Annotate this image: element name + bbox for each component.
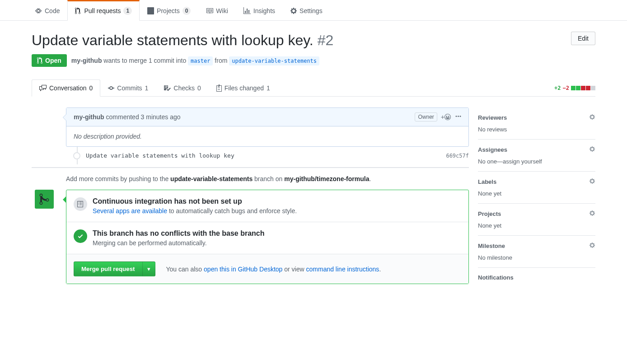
tab-settings-label: Settings (299, 7, 323, 14)
edit-button[interactable]: Edit (571, 32, 595, 45)
book-icon (206, 7, 213, 14)
add-reaction-button[interactable]: + (441, 113, 451, 121)
comment-discussion-icon (39, 84, 47, 92)
open-desktop-link[interactable]: open this in GitHub Desktop (204, 266, 282, 273)
sidebar-projects: Projects None yet (478, 204, 595, 236)
head-branch-label[interactable]: update-variable-statements (229, 56, 319, 65)
projects-count-badge: 0 (182, 7, 191, 15)
reviewers-value: No reviews (478, 126, 595, 133)
merge-button[interactable]: Merge pull request (74, 261, 143, 276)
tab-insights-label: Insights (253, 7, 275, 14)
pr-state-badge: Open (32, 54, 67, 67)
merge-status-icon (35, 190, 54, 209)
pr-title: Update variable statements with lookup k… (32, 32, 333, 49)
commit-message[interactable]: Update variable statements with lookup k… (86, 152, 441, 159)
tab-commits-label: Commits (117, 84, 142, 92)
pr-description-comment: my-github commented 3 minutes ago Owner … (66, 107, 469, 147)
sidebar-milestone: Milestone No milestone (478, 236, 595, 268)
push-hint: Add more commits by pushing to the updat… (66, 175, 469, 182)
svg-point-1 (458, 116, 459, 117)
repo-nav: Code Pull requests 1 Projects 0 Wiki Ins… (0, 0, 627, 21)
ci-title: Continuous integration has not been set … (93, 197, 297, 205)
tab-checks-label: Checks (173, 84, 195, 92)
gear-icon[interactable] (589, 210, 595, 218)
labels-value: None yet (478, 190, 595, 197)
command-line-link[interactable]: command line instructions (306, 266, 379, 273)
deletions-count: −2 (563, 85, 569, 91)
owner-badge: Owner (415, 112, 437, 121)
merge-ok-title: This branch has no conflicts with the ba… (93, 229, 265, 238)
gear-icon[interactable] (589, 114, 595, 121)
pr-number: #2 (318, 32, 334, 48)
pr-state-label: Open (45, 57, 61, 64)
pr-sidebar: Reviewers No reviews Assignees No one—as… (478, 107, 595, 292)
gear-icon[interactable] (589, 242, 595, 250)
checks-count: 0 (197, 84, 201, 92)
tab-pull-requests[interactable]: Pull requests 1 (67, 0, 140, 21)
commit-sha[interactable]: 669c57f (446, 153, 469, 159)
tab-code[interactable]: Code (27, 0, 67, 20)
sidebar-assignees: Assignees No one—assign yourself (478, 140, 595, 172)
graph-icon (243, 7, 251, 14)
git-pull-request-icon (37, 57, 43, 64)
diffstat: +2 −2 (554, 85, 595, 91)
conversation-count: 0 (89, 84, 93, 92)
tab-code-label: Code (45, 7, 60, 14)
merge-box: Continuous integration has not been set … (66, 190, 469, 284)
merge-alt-text: You can also open this in GitHub Desktop… (166, 266, 381, 273)
project-icon (147, 7, 154, 14)
file-diff-icon (216, 84, 222, 92)
comment-body: No description provided. (66, 126, 468, 146)
base-branch-label[interactable]: master (188, 56, 213, 65)
sidebar-labels: Labels None yet (478, 172, 595, 204)
tab-files-changed[interactable]: Files changed 1 (209, 79, 278, 96)
git-commit-icon (108, 84, 114, 92)
assign-yourself-link[interactable]: assign yourself (503, 158, 542, 165)
additions-count: +2 (554, 85, 561, 91)
tab-insights[interactable]: Insights (236, 0, 283, 20)
diffstat-blocks (571, 86, 595, 90)
sidebar-reviewers: Reviewers No reviews (478, 107, 595, 140)
comment-author[interactable]: my-github commented 3 minutes ago (74, 113, 181, 121)
pr-title-text: Update variable statements with lookup k… (32, 32, 314, 48)
pr-author-link[interactable]: my-github (71, 57, 102, 64)
commit-dot-icon (73, 152, 80, 159)
sidebar-notifications: Notifications (478, 268, 595, 292)
tab-conversation[interactable]: Conversation 0 (32, 79, 100, 97)
kebab-menu-icon[interactable] (455, 113, 461, 121)
pr-meta: my-github wants to merge 1 commit into m… (71, 57, 319, 64)
ci-status-icon (74, 197, 87, 211)
gear-icon[interactable] (589, 146, 595, 154)
git-pull-request-icon (75, 7, 81, 14)
tab-projects[interactable]: Projects 0 (140, 0, 198, 20)
tab-wiki[interactable]: Wiki (198, 0, 235, 20)
pr-tabs: Conversation 0 Commits 1 Checks 0 Files … (32, 79, 595, 97)
tab-commits[interactable]: Commits 1 (100, 79, 156, 96)
code-icon (35, 7, 42, 14)
svg-point-0 (456, 116, 457, 117)
tab-wiki-label: Wiki (216, 7, 228, 14)
projects-value: None yet (478, 222, 595, 229)
tab-settings[interactable]: Settings (283, 0, 330, 20)
check-icon (74, 229, 87, 243)
pr-count-badge: 1 (123, 7, 132, 15)
merge-ok-body: Merging can be performed automatically. (93, 239, 265, 247)
milestone-value: No milestone (478, 254, 595, 261)
timeline-commit: Update variable statements with lookup k… (66, 147, 469, 164)
pr-header: Update variable statements with lookup k… (32, 21, 595, 79)
tab-checks[interactable]: Checks 0 (156, 79, 208, 96)
tab-pull-requests-label: Pull requests (84, 7, 121, 14)
svg-point-2 (460, 116, 461, 117)
gear-icon[interactable] (589, 178, 595, 186)
tab-files-changed-label: Files changed (225, 84, 264, 92)
ci-apps-link[interactable]: Several apps are available (93, 207, 167, 215)
tab-projects-label: Projects (157, 7, 180, 14)
merge-dropdown-button[interactable]: ▾ (143, 261, 155, 276)
checklist-icon (164, 84, 171, 92)
files-changed-count: 1 (267, 84, 270, 92)
gear-icon (290, 7, 297, 14)
tab-conversation-label: Conversation (49, 84, 87, 92)
commits-count: 1 (145, 84, 149, 92)
